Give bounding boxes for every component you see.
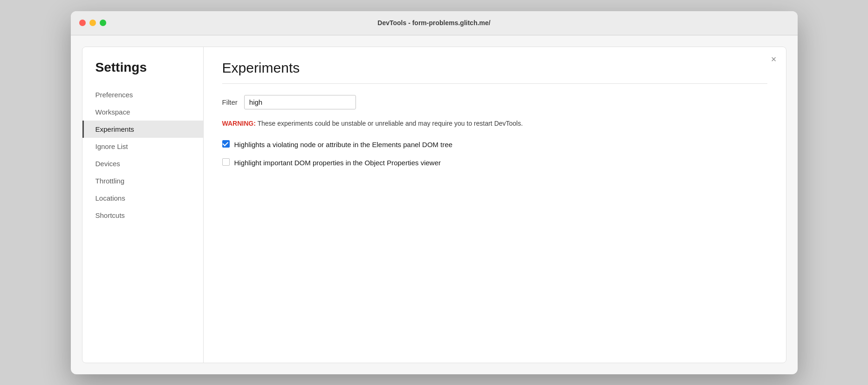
sidebar-item-ignore-list[interactable]: Ignore List	[82, 138, 203, 155]
warning-label: WARNING:	[222, 120, 256, 127]
sidebar: Settings Preferences Workspace Experimen…	[82, 47, 204, 363]
warning-body: These experiments could be unstable or u…	[257, 120, 523, 127]
experiment-checkbox-2[interactable]	[222, 158, 230, 166]
sidebar-label-preferences: Preferences	[96, 91, 133, 99]
experiment-item-2: Highlight important DOM properties in th…	[222, 158, 767, 168]
experiment-checkbox-1[interactable]	[222, 140, 230, 148]
sidebar-label-shortcuts: Shortcuts	[96, 211, 125, 219]
titlebar: DevTools - form-problems.glitch.me/	[71, 11, 798, 35]
filter-input[interactable]	[244, 95, 356, 109]
main-content: × Experiments Filter WARNING: These expe…	[204, 47, 786, 363]
window-body: Settings Preferences Workspace Experimen…	[82, 47, 786, 363]
sidebar-label-ignore-list: Ignore List	[96, 142, 128, 150]
traffic-lights	[79, 20, 106, 26]
sidebar-label-throttling: Throttling	[96, 177, 125, 185]
sidebar-label-devices: Devices	[96, 160, 120, 168]
filter-row: Filter	[222, 95, 767, 109]
warning-message: WARNING: These experiments could be unst…	[222, 119, 767, 128]
sidebar-item-locations[interactable]: Locations	[82, 189, 203, 207]
experiment-item-1: Highlights a violating node or attribute…	[222, 140, 767, 149]
sidebar-label-locations: Locations	[96, 194, 125, 202]
divider	[222, 83, 767, 84]
sidebar-label-experiments: Experiments	[96, 125, 134, 133]
sidebar-item-devices[interactable]: Devices	[82, 155, 203, 172]
maximize-traffic-light[interactable]	[100, 20, 106, 26]
page-title: Experiments	[222, 60, 767, 76]
filter-label: Filter	[222, 98, 238, 106]
sidebar-item-preferences[interactable]: Preferences	[82, 86, 203, 103]
sidebar-item-workspace[interactable]: Workspace	[82, 103, 203, 121]
sidebar-item-shortcuts[interactable]: Shortcuts	[82, 207, 203, 224]
sidebar-item-throttling[interactable]: Throttling	[82, 172, 203, 189]
window-title: DevTools - form-problems.glitch.me/	[377, 19, 490, 27]
experiment-label-1[interactable]: Highlights a violating node or attribute…	[234, 140, 453, 149]
experiment-label-2[interactable]: Highlight important DOM properties in th…	[234, 158, 441, 168]
close-traffic-light[interactable]	[79, 20, 86, 26]
devtools-window: DevTools - form-problems.glitch.me/ Sett…	[71, 11, 798, 374]
sidebar-heading: Settings	[82, 60, 203, 86]
close-button[interactable]: ×	[771, 54, 777, 64]
sidebar-item-experiments[interactable]: Experiments	[82, 121, 203, 138]
minimize-traffic-light[interactable]	[89, 20, 96, 26]
sidebar-label-workspace: Workspace	[96, 108, 130, 116]
